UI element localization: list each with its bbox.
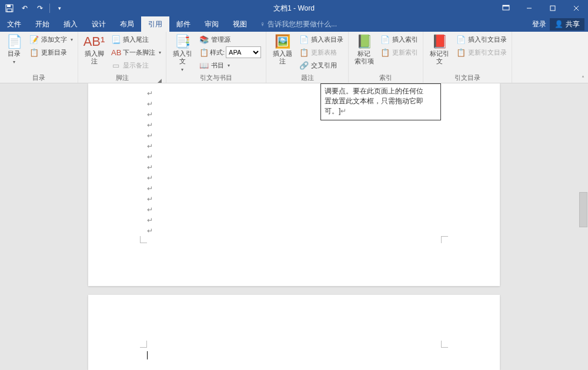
ribbon-options-button[interactable] (494, 0, 517, 16)
tab-mailings[interactable]: 邮件 (169, 16, 198, 32)
group-toc: 📄 目录▾ 📝添加文字▾ 📋更新目录 目录 (0, 32, 78, 83)
update-toc-button[interactable]: 📋更新目录 (27, 46, 75, 59)
ribbon-tabs: 文件 开始 插入 设计 布局 引用 邮件 审阅 视图 ♀ 告诉我您想要做什么..… (0, 16, 588, 32)
share-button[interactable]: 👤 共享 (550, 18, 584, 31)
tab-layout[interactable]: 布局 (113, 16, 141, 32)
close-button[interactable] (564, 0, 588, 16)
insert-caption-button[interactable]: 🖼️ 插入题注 (269, 33, 296, 65)
document-area[interactable]: ↵↵↵↵↵↵↵↵↵↵↵↵↵↵ 调要点。要在此页面上的任何位 置放置此文本框，只需… (0, 83, 588, 370)
add-text-button[interactable]: 📝添加文字▾ (27, 33, 75, 46)
update-index-icon: 📋 (380, 48, 390, 57)
next-footnote-button[interactable]: AB下一条脚注▾ (109, 46, 163, 59)
collapse-ribbon-button[interactable]: ˄ (582, 75, 584, 82)
endnote-icon: 📃 (111, 35, 121, 44)
caption-icon: 🖼️ (275, 34, 290, 49)
insert-index-button[interactable]: 📄插入索引 (378, 33, 420, 46)
tab-file[interactable]: 文件 (0, 16, 28, 32)
footnotes-launcher[interactable]: ◢ (156, 76, 162, 82)
group-citations: 📑 插入引文▾ 📚管理源 📋 样式: APA 📖书目▾ 引文与书目 (166, 32, 266, 83)
tab-home[interactable]: 开始 (28, 16, 56, 32)
mark-entry-icon: 📗 (356, 34, 372, 49)
margin-marker (441, 236, 448, 243)
save-button[interactable] (2, 1, 16, 15)
text-cursor (147, 351, 148, 359)
margin-marker (140, 341, 147, 348)
quick-access-toolbar: ↶ ↷ ▾ (0, 1, 66, 15)
insert-endnote-button[interactable]: 📃插入尾注 (109, 33, 163, 46)
svg-rect-2 (7, 9, 12, 12)
tab-references[interactable]: 引用 (141, 16, 169, 32)
lightbulb-icon: ♀ (260, 20, 265, 28)
ribbon: 📄 目录▾ 📝添加文字▾ 📋更新目录 目录 AB¹ 插入脚注 📃插入尾注 AB下… (0, 32, 588, 83)
tab-design[interactable]: 设计 (85, 16, 113, 32)
add-text-icon: 📝 (29, 35, 39, 44)
footnote-icon: AB¹ (83, 34, 105, 49)
citation-icon: 📑 (175, 34, 191, 49)
group-captions: 🖼️ 插入题注 📄插入表目录 📋更新表格 🔗交叉引用 题注 (266, 32, 349, 83)
toc-button[interactable]: 📄 目录▾ (2, 33, 26, 66)
tof-icon: 📄 (299, 35, 309, 44)
citation-style-select[interactable]: 📋 样式: APA (197, 46, 263, 59)
scrollbar-thumb[interactable] (579, 192, 587, 227)
tell-me-search[interactable]: ♀ 告诉我您想要做什么... (254, 16, 337, 32)
tab-review[interactable]: 审阅 (198, 16, 226, 32)
style-icon: 📋 (199, 48, 209, 57)
biblio-icon: 📖 (199, 61, 209, 70)
redo-button[interactable]: ↷ (33, 1, 47, 15)
show-notes-button: ▭显示备注 (109, 59, 163, 72)
update-toa-icon: 📋 (456, 48, 466, 57)
floating-textbox[interactable]: 调要点。要在此页面上的任何位 置放置此文本框，只需拖动它即 可。]↵ (320, 83, 441, 120)
update-index-button: 📋更新索引 (378, 46, 420, 59)
tab-insert[interactable]: 插入 (56, 16, 85, 32)
next-footnote-icon: AB (111, 48, 121, 57)
mark-citation-button[interactable]: 📕 标记引文 (426, 33, 453, 65)
group-footnotes: AB¹ 插入脚注 📃插入尾注 AB下一条脚注▾ ▭显示备注 脚注◢ (78, 32, 166, 83)
group-authorities: 📕 标记引文 📄插入引文目录 📋更新引文目录 引文目录 (423, 32, 512, 83)
show-notes-icon: ▭ (111, 61, 121, 70)
bibliography-button[interactable]: 📖书目▾ (197, 59, 263, 72)
page-2[interactable] (88, 295, 500, 370)
svg-rect-6 (550, 6, 555, 11)
update-icon: 📋 (29, 48, 39, 57)
insert-index-icon: 📄 (380, 35, 390, 44)
manage-sources-button[interactable]: 📚管理源 (197, 33, 263, 46)
page-1[interactable]: ↵↵↵↵↵↵↵↵↵↵↵↵↵↵ 调要点。要在此页面上的任何位 置放置此文本框，只需… (88, 83, 500, 286)
insert-toa-button[interactable]: 📄插入引文目录 (454, 33, 509, 46)
svg-rect-1 (7, 5, 11, 7)
paragraph-marks: ↵↵↵↵↵↵↵↵↵↵↵↵↵↵ (147, 88, 153, 236)
insert-tof-button[interactable]: 📄插入表目录 (297, 33, 346, 46)
svg-rect-4 (503, 5, 509, 6)
mark-entry-button[interactable]: 📗 标记 索引项 (351, 33, 377, 65)
margin-marker (441, 341, 448, 348)
crossref-icon: 🔗 (299, 61, 309, 70)
style-dropdown[interactable]: APA (226, 46, 261, 58)
toc-icon: 📄 (6, 34, 22, 49)
title-bar: ↶ ↷ ▾ 文档1 - Word (0, 0, 588, 16)
update-table-icon: 📋 (299, 48, 309, 57)
qat-customize[interactable]: ▾ (52, 1, 66, 15)
cross-reference-button[interactable]: 🔗交叉引用 (297, 59, 346, 72)
sign-in-link[interactable]: 登录 (532, 19, 546, 29)
insert-citation-button[interactable]: 📑 插入引文▾ (169, 33, 196, 73)
window-title: 文档1 - Word (273, 4, 315, 14)
tab-view[interactable]: 视图 (226, 16, 254, 32)
mark-citation-icon: 📕 (432, 34, 447, 49)
insert-toa-icon: 📄 (456, 35, 466, 44)
minimize-button[interactable] (517, 0, 541, 16)
update-table-button: 📋更新表格 (297, 46, 346, 59)
maximize-button[interactable] (541, 0, 564, 16)
manage-sources-icon: 📚 (199, 35, 209, 44)
undo-button[interactable]: ↶ (18, 1, 32, 15)
share-icon: 👤 (554, 20, 563, 28)
margin-marker (140, 236, 147, 243)
insert-footnote-button[interactable]: AB¹ 插入脚注 (81, 33, 108, 65)
update-toa-button: 📋更新引文目录 (454, 46, 509, 59)
window-controls (494, 0, 588, 16)
group-index: 📗 标记 索引项 📄插入索引 📋更新索引 索引 (349, 32, 423, 83)
